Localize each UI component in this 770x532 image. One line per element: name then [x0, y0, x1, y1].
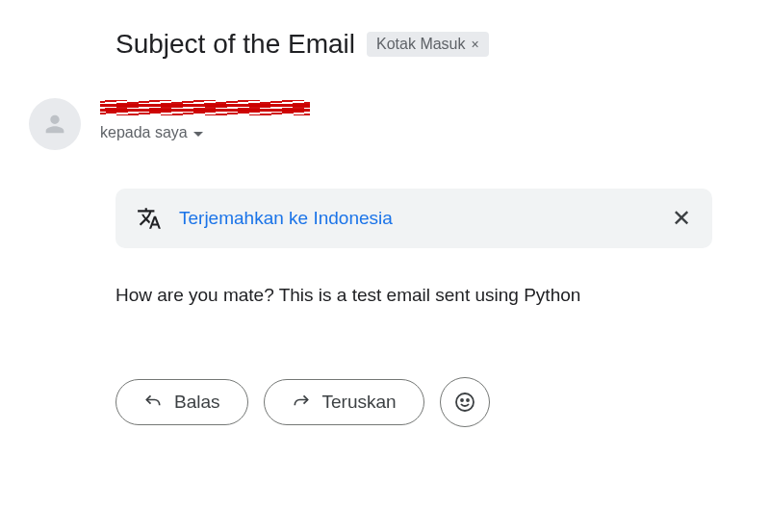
forward-button[interactable]: Teruskan: [264, 379, 424, 425]
email-subject: Subject of the Email: [116, 29, 355, 60]
svg-point-0: [456, 393, 474, 411]
sender-row: xxxxxxxx@xxxxxxxxxxxx kepada saya: [19, 98, 751, 150]
chevron-down-icon: [193, 132, 203, 137]
emoji-icon: [453, 391, 476, 414]
sender-avatar[interactable]: [29, 98, 81, 150]
inbox-label[interactable]: Kotak Masuk ×: [367, 32, 489, 57]
inbox-label-text: Kotak Masuk: [376, 36, 465, 53]
forward-icon: [292, 393, 311, 412]
email-view: Subject of the Email Kotak Masuk × xxxxx…: [19, 29, 751, 427]
translate-bar: Terjemahkan ke Indonesia ✕: [116, 189, 712, 248]
subject-row: Subject of the Email Kotak Masuk ×: [116, 29, 751, 60]
svg-point-1: [461, 399, 463, 401]
recipient-dropdown[interactable]: kepada saya: [100, 124, 310, 141]
remove-label-icon[interactable]: ×: [472, 37, 479, 52]
reply-button[interactable]: Balas: [116, 379, 248, 425]
close-translate-icon[interactable]: ✕: [672, 207, 691, 230]
translate-link[interactable]: Terjemahkan ke Indonesia: [137, 206, 393, 231]
action-buttons: Balas Teruskan: [116, 377, 751, 427]
sender-email: xxxxxxxx@xxxxxxxxxxxx: [100, 98, 310, 118]
email-body: How are you mate? This is a test email s…: [116, 282, 751, 310]
translate-label: Terjemahkan ke Indonesia: [179, 208, 393, 229]
redacted-email: xxxxxxxx@xxxxxxxxxxxx: [100, 98, 310, 117]
sender-info: xxxxxxxx@xxxxxxxxxxxx kepada saya: [100, 98, 310, 141]
emoji-reaction-button[interactable]: [440, 377, 490, 427]
reply-icon: [143, 393, 163, 412]
person-icon: [41, 111, 68, 138]
svg-point-2: [467, 399, 469, 401]
translate-icon: [137, 206, 162, 231]
forward-label: Teruskan: [322, 392, 397, 413]
reply-label: Balas: [174, 392, 220, 413]
recipient-label: kepada saya: [100, 124, 188, 141]
